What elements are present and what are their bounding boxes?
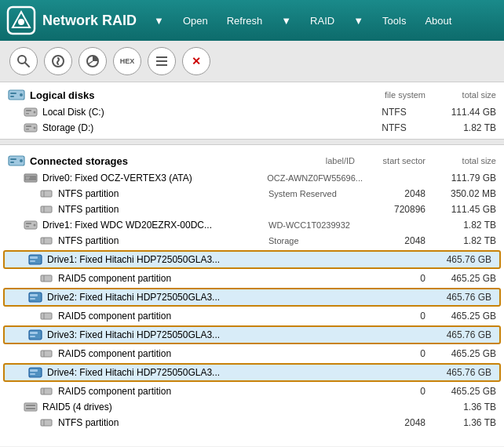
ntfs-p1-row[interactable]: NTFS partition System Reserved 2048 350.… [0,186,504,202]
local-disk-c-label: Local Disk (C:) [41,107,355,118]
svg-rect-43 [30,260,35,262]
chart-button[interactable] [79,47,107,75]
drive0-label: Drive0: Fixed OCZ-VERTEX3 (ATA) [41,173,267,184]
svg-line-4 [25,63,29,67]
raid-icon [24,402,38,412]
toolbar: HEX ✕ [0,41,504,82]
raid5-p1-row[interactable]: RAID5 component partition 0 465.25 GB [0,271,504,286]
svg-point-18 [34,111,36,114]
raid5-p2-row[interactable]: RAID5 component partition 0 465.25 GB [0,308,504,324]
drive4-hitachi-row[interactable]: Drive4: Fixed Hitachi HDP725050GLA3... 4… [5,365,499,380]
main-content: Logical disks file system total size Loc… [0,82,504,446]
local-disk-c-fs: NTFS [355,107,433,118]
drive1-hitachi-label: Drive1: Fixed Hitachi HDP725050GLA3... [46,254,264,265]
close-button[interactable]: ✕ [182,47,210,75]
drive1-hitachi-size: 465.76 GB [421,254,491,265]
refresh-menu-item[interactable]: Refresh [219,10,271,31]
drive2-hitachi-row[interactable]: Drive2: Fixed Hitachi HDP725050GLA3... 4… [5,289,499,305]
svg-rect-41 [29,255,42,264]
svg-rect-53 [30,336,35,337]
drive1-hitachi-row[interactable]: Drive1: Fixed Hitachi HDP725050GLA3... 4… [5,252,499,267]
dropdown-arrow-open[interactable]: ▼ [146,10,172,31]
drive2-hitachi-label: Drive2: Fixed Hitachi HDP725050GLA3... [46,292,264,303]
storage-d-row[interactable]: Storage (D:) NTFS 1.82 TB [0,120,504,136]
ntfs-p3-start: 2048 [363,235,425,246]
hdd-icon [24,107,38,117]
logical-disks-col-size: total size [425,90,496,100]
svg-rect-31 [41,191,52,197]
ntfs-p3-size: 1.82 TB [425,235,496,246]
connected-storages-icon [8,154,25,167]
raid5-p4-size: 465.25 GB [425,386,496,397]
drive4-hitachi-size: 465.76 GB [421,367,491,378]
svg-rect-63 [26,408,35,409]
raid5-p1-start: 0 [363,273,425,284]
svg-rect-21 [26,129,29,130]
ntfs-p2-size: 111.45 GB [425,204,496,215]
logical-disks-title: Logical disks [30,89,355,101]
svg-point-2 [18,19,24,25]
raid5-p2-start: 0 [363,311,425,322]
storage-d-icon [24,122,38,133]
dropdown-arrow-tools[interactable]: ▼ [345,10,371,31]
drive3-hitachi-row[interactable]: Drive3: Fixed Hitachi HDP725050GLA3... 4… [5,327,499,343]
raid-menu-item[interactable]: RAID [302,10,342,31]
ntfs-p3-icon [39,235,53,246]
blue-drive-icon-2 [28,292,42,303]
local-disk-c-row[interactable]: Local Disk (C:) NTFS 111.44 GB [0,104,504,120]
svg-rect-17 [26,113,29,114]
partition-icon-3 [40,236,53,245]
ntfs-p3-labelid: Storage [268,236,363,245]
menu-items: ▼ Open Refresh ▼ RAID ▼ Tools About [146,10,498,31]
ntfs-p2-row[interactable]: NTFS partition 720896 111.45 GB [0,202,504,217]
connected-storages-header: Connected storages label/ID start sector… [0,148,504,170]
tools-menu-item[interactable]: Tools [374,10,414,31]
ntfs-p3-row[interactable]: NTFS partition Storage 2048 1.82 TB [0,233,504,249]
svg-rect-24 [10,158,16,160]
drive1-wdc-row[interactable]: Drive1: Fixed WDC WD20EZRX-00DC... WD-WC… [0,217,504,233]
partition-icon-2 [40,205,53,214]
about-menu-item[interactable]: About [417,10,459,31]
ntfs-p2-icon [39,204,53,215]
drive1-hitachi-group: Drive1: Fixed Hitachi HDP725050GLA3... 4… [3,250,501,269]
drive2-hitachi-group: Drive2: Fixed Hitachi HDP725050GLA3... 4… [3,288,501,307]
ntfs-p1-labelid: System Reserved [268,189,363,198]
raid5-volume-label: RAID5 (4 drives) [41,402,268,412]
dropdown-arrow-raid[interactable]: ▼ [273,10,299,31]
blue-drive-icon-4 [28,367,42,378]
drive0-row[interactable]: Drive0: Fixed OCZ-VERTEX3 (ATA) OCZ-AWNZ… [0,170,504,186]
connected-col-label: label/ID [261,156,355,165]
ntfs-p5-icon [39,417,53,428]
svg-rect-33 [41,206,52,213]
storage-d-label: Storage (D:) [41,122,355,133]
raid5-p4-row[interactable]: RAID5 component partition 0 465.25 GB [0,383,504,399]
blue-drive-icon [28,254,42,265]
svg-rect-20 [26,125,31,127]
raid5-p2-label: RAID5 component partition [57,311,268,322]
raid5-p3-row[interactable]: RAID5 component partition 0 465.25 GB [0,346,504,362]
svg-rect-59 [41,388,52,394]
local-disk-c-icon [24,107,38,118]
open-menu-item[interactable]: Open [175,10,216,31]
list-button[interactable] [148,47,176,75]
app-logo: Network RAID [6,5,137,35]
drive4-hitachi-group: Drive4: Fixed Hitachi HDP725050GLA3... 4… [3,363,501,382]
logical-disks-icon [8,89,25,101]
section-separator-1 [0,139,504,145]
hex-button[interactable]: HEX [113,47,141,75]
svg-rect-46 [29,293,42,302]
connected-storages-title: Connected storages [30,155,261,167]
drive3-hitachi-label: Drive3: Fixed Hitachi HDP725050GLA3... [46,329,264,340]
raid5-p3-icon [39,348,53,359]
svg-point-38 [34,224,36,227]
logical-disks-col-fs: file system [355,90,425,100]
svg-point-22 [34,127,36,129]
raid5-volume-row[interactable]: RAID5 (4 drives) 1.36 TB [0,399,504,415]
drive4-hitachi-label: Drive4: Fixed Hitachi HDP725050GLA3... [46,367,264,378]
partition-icon-7 [40,387,53,396]
ntfs-p5-row[interactable]: NTFS partition 2048 1.36 TB [0,415,504,431]
svg-rect-58 [30,373,35,375]
raid5-p4-start: 0 [363,386,425,397]
info-button[interactable] [44,47,72,75]
search-button[interactable] [9,47,38,75]
